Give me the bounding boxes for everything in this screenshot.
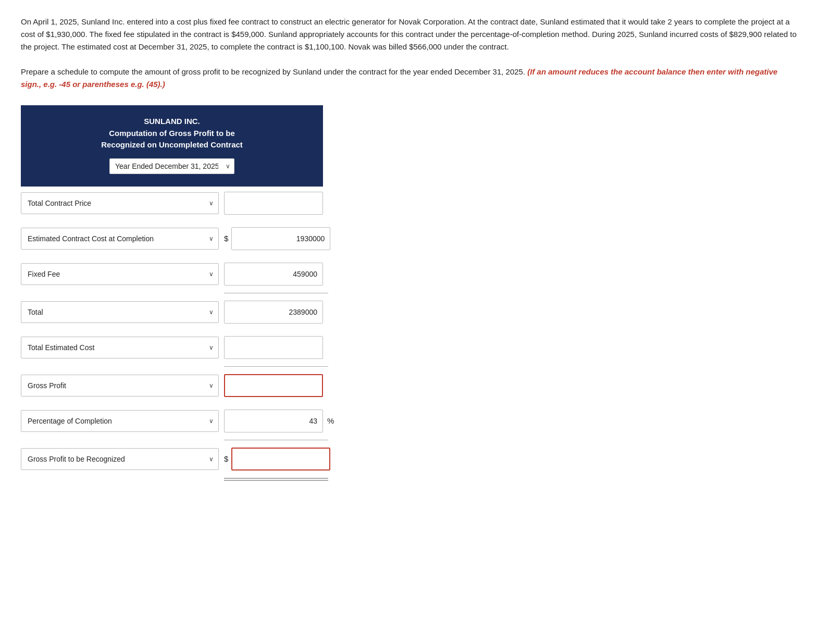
value-area-gross-profit-recognized: $	[224, 448, 330, 470]
value-area-total	[224, 301, 323, 324]
prepare-text-normal: Prepare a schedule to compute the amount…	[21, 67, 527, 76]
year-select-container[interactable]: Year Ended December 31, 2025	[109, 158, 234, 174]
label-select-gross-profit[interactable]: Gross Profit	[21, 375, 219, 397]
label-select-fixed-fee[interactable]: Fixed Fee	[21, 263, 219, 285]
title-line2: Recognized on Uncompleted Contract	[31, 139, 313, 151]
label-wrapper-total-contract-price[interactable]: Total Contract Price	[21, 192, 219, 214]
value-input-gross-profit-recognized[interactable]	[231, 448, 330, 470]
form-row-gross-profit: Gross Profit	[21, 372, 417, 399]
label-wrapper-gross-profit[interactable]: Gross Profit	[21, 375, 219, 397]
value-input-total-estimated-cost[interactable]	[224, 336, 323, 359]
form-row-fixed-fee: Fixed Fee	[21, 261, 417, 288]
form-row-estimated-contract-cost: Estimated Contract Cost at Completion$	[21, 225, 417, 252]
form-row-total: Total	[21, 299, 417, 326]
form-row-total-estimated-cost: Total Estimated Cost	[21, 334, 417, 361]
value-area-fixed-fee	[224, 263, 323, 286]
dollar-sign-gross-profit-recognized: $	[224, 454, 228, 463]
rows-section: Total Contract PriceEstimated Contract C…	[21, 187, 417, 481]
value-input-total[interactable]	[224, 301, 323, 324]
value-input-percentage-completion[interactable]	[224, 410, 323, 432]
label-select-gross-profit-recognized[interactable]: Gross Profit to be Recognized	[21, 448, 219, 470]
form-row-total-contract-price: Total Contract Price	[21, 190, 417, 217]
label-select-total-estimated-cost[interactable]: Total Estimated Cost	[21, 337, 219, 358]
label-select-estimated-contract-cost[interactable]: Estimated Contract Cost at Completion	[21, 228, 219, 250]
company-name: SUNLAND INC.	[31, 116, 313, 128]
schedule-header: SUNLAND INC. Computation of Gross Profit…	[21, 105, 323, 187]
value-input-estimated-contract-cost[interactable]	[231, 227, 330, 250]
dollar-sign-estimated-contract-cost: $	[224, 234, 228, 243]
label-select-percentage-completion[interactable]: Percentage of Completion	[21, 410, 219, 432]
label-wrapper-gross-profit-recognized[interactable]: Gross Profit to be Recognized	[21, 448, 219, 470]
prepare-paragraph: Prepare a schedule to compute the amount…	[21, 66, 799, 91]
value-area-gross-profit	[224, 374, 323, 397]
label-wrapper-percentage-completion[interactable]: Percentage of Completion	[21, 410, 219, 432]
year-select[interactable]: Year Ended December 31, 2025	[109, 158, 234, 174]
label-wrapper-total[interactable]: Total	[21, 301, 219, 323]
value-area-percentage-completion: %	[224, 410, 334, 432]
value-input-gross-profit[interactable]	[224, 374, 323, 397]
title-line1: Computation of Gross Profit to be	[31, 128, 313, 140]
label-select-total-contract-price[interactable]: Total Contract Price	[21, 192, 219, 214]
label-wrapper-fixed-fee[interactable]: Fixed Fee	[21, 263, 219, 285]
value-area-total-contract-price	[224, 192, 323, 215]
value-area-total-estimated-cost	[224, 336, 323, 359]
schedule-title: SUNLAND INC. Computation of Gross Profit…	[31, 116, 313, 151]
value-input-fixed-fee[interactable]	[224, 263, 323, 286]
label-wrapper-total-estimated-cost[interactable]: Total Estimated Cost	[21, 337, 219, 358]
form-row-percentage-completion: Percentage of Completion%	[21, 407, 417, 435]
value-area-estimated-contract-cost: $	[224, 227, 330, 250]
percent-sign-percentage-completion: %	[327, 416, 334, 425]
intro-paragraph: On April 1, 2025, Sunland Inc. entered i…	[21, 16, 799, 53]
label-wrapper-estimated-contract-cost[interactable]: Estimated Contract Cost at Completion	[21, 228, 219, 250]
label-select-total[interactable]: Total	[21, 301, 219, 323]
value-input-total-contract-price[interactable]	[224, 192, 323, 215]
form-row-gross-profit-recognized: Gross Profit to be Recognized$	[21, 445, 417, 473]
